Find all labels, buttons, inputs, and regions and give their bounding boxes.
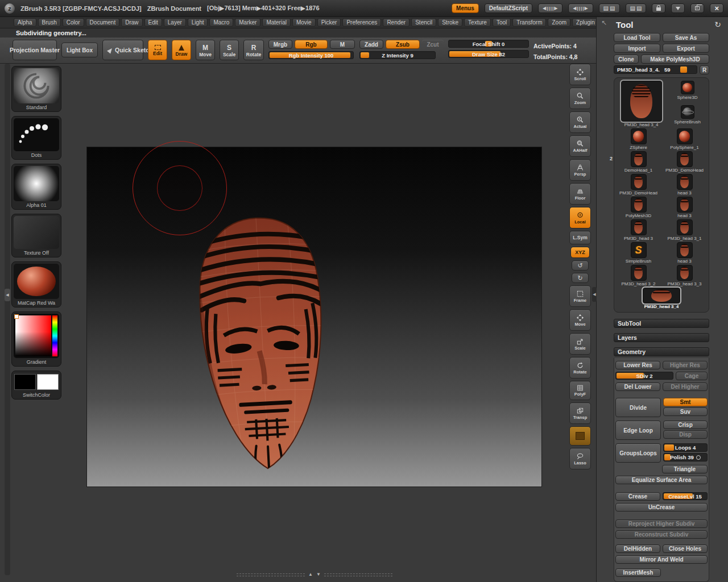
spin-right-button[interactable]: ↻ <box>572 273 589 283</box>
menu-zoom[interactable]: Zoom <box>548 18 570 27</box>
tool-item[interactable]: SimpleBrush <box>617 242 660 264</box>
menu-stencil[interactable]: Stencil <box>411 18 436 27</box>
tool-item[interactable]: PolySphere_1 <box>663 128 706 150</box>
zoom-button[interactable]: Zoom <box>569 88 591 109</box>
import-button[interactable]: Import <box>614 44 660 53</box>
switch-color[interactable]: SwitchColor <box>11 371 61 400</box>
tool-item[interactable]: 2 DemoHead_1 <box>617 151 660 173</box>
menu-picker[interactable]: Picker <box>317 18 341 27</box>
stroke-selector[interactable]: Dots <box>11 116 61 160</box>
zsub-button[interactable]: Zsub <box>386 40 420 49</box>
clone-button[interactable]: Clone <box>614 55 639 64</box>
actual-button[interactable]: Actual <box>569 111 591 133</box>
spin-left-button[interactable]: ↺ <box>572 260 589 271</box>
floor-button[interactable]: Floor <box>569 183 591 205</box>
suv-button[interactable]: Suv <box>663 408 708 416</box>
reproject-higher-subdiv-button[interactable]: Reproject Higher Subdiv <box>615 519 708 528</box>
rgb-intensity-slider[interactable]: Rgb Intensity 100 <box>268 51 354 59</box>
polish-toggle-icon[interactable] <box>696 455 701 460</box>
geometry-section-header[interactable]: Geometry <box>614 347 709 356</box>
hue-strip[interactable] <box>52 315 57 356</box>
menu-brush[interactable]: Brush <box>38 18 61 27</box>
light-box-button[interactable]: Light Box <box>61 43 98 57</box>
menu-preferences[interactable]: Preferences <box>342 18 381 27</box>
tool-item-active[interactable]: PM3D_head 3_4 <box>617 288 706 309</box>
edge-loop-button[interactable]: Edge Loop <box>615 421 661 440</box>
crease-button[interactable]: Crease <box>615 492 660 501</box>
rgb-button[interactable]: Rgb <box>295 40 328 49</box>
menu-transform[interactable]: Transform <box>512 18 546 27</box>
triangle-button[interactable]: Triangle <box>662 465 708 473</box>
doc-layout-button-1[interactable]: ▤▤ <box>599 3 620 13</box>
tool-item[interactable]: ZSphere <box>617 128 660 150</box>
xyz-button[interactable]: XYZ <box>570 247 590 258</box>
transp-button[interactable]: Transp <box>569 402 591 424</box>
lock-button[interactable] <box>652 3 665 13</box>
menu-tool[interactable]: Tool <box>493 18 511 27</box>
rotate-3d-button[interactable]: Rotate <box>569 357 591 379</box>
crisp-button[interactable]: Crisp <box>663 421 708 429</box>
lsym-button[interactable]: L.Sym <box>569 231 591 244</box>
scroll-button[interactable]: Scroll <box>569 64 591 85</box>
projection-master-button[interactable]: Projection Master <box>13 40 57 60</box>
tool-item[interactable]: head 3 <box>663 174 706 196</box>
equalize-surface-area-button[interactable]: Equalize Surface Area <box>615 476 708 484</box>
local-button[interactable]: Local <box>569 207 591 228</box>
menu-edit[interactable]: Edit <box>144 18 162 27</box>
lasso-button[interactable]: Lasso <box>569 448 591 469</box>
default-zscript-button[interactable]: DefaultZScript <box>485 3 532 13</box>
menus-button[interactable]: Menus <box>452 3 479 13</box>
menu-render[interactable]: Render <box>383 18 410 27</box>
tool-item[interactable]: head 3 <box>663 197 706 218</box>
move-button[interactable]: M Move <box>196 40 215 60</box>
insert-mesh-button[interactable]: InsertMesh <box>615 568 661 577</box>
zcut-button[interactable]: Zcut <box>422 40 444 49</box>
corner-arrow-icon[interactable]: ↖ <box>601 19 607 27</box>
divide-button[interactable]: Divide <box>615 398 661 417</box>
z-intensity-slider[interactable]: Z Intensity 9 <box>359 51 436 59</box>
crease-lvl-slider[interactable]: CreaseLvl 15 <box>663 492 708 500</box>
tool-item[interactable]: SphereBrush <box>668 105 706 128</box>
sculpt-model[interactable] <box>164 207 360 479</box>
rotate-button[interactable]: R Rotate <box>243 40 264 60</box>
delhidden-button[interactable]: DelHidden <box>615 544 660 553</box>
zadd-button[interactable]: Zadd <box>359 40 383 49</box>
tool-item[interactable]: PM3D_head 3_3 <box>663 265 706 286</box>
make-polymesh3d-button[interactable]: Make PolyMesh3D <box>641 55 709 64</box>
menu-texture[interactable]: Texture <box>464 18 491 27</box>
tool-item[interactable]: PM3D_head 3_2 <box>617 265 660 286</box>
move-3d-button[interactable]: Move <box>569 309 591 331</box>
lower-res-button[interactable]: Lower Res <box>615 361 660 369</box>
menu-color[interactable]: Color <box>63 18 84 27</box>
left-tray-scrollbar[interactable]: ◀ <box>5 64 10 575</box>
doc-layout-button-2[interactable]: ▤▤ <box>626 3 647 13</box>
menu-material[interactable]: Material <box>262 18 291 27</box>
tool-item-selected[interactable]: PM3D_head 3_4 <box>617 81 666 127</box>
menu-marker[interactable]: Marker <box>235 18 260 27</box>
restore-config-button[interactable]: R <box>700 65 709 74</box>
load-tool-button[interactable]: Load Tool <box>614 33 660 42</box>
export-button[interactable]: Export <box>663 44 709 53</box>
scale-button[interactable]: S Scale <box>220 40 239 60</box>
tool-item[interactable]: PM3D_head 3 <box>617 219 660 241</box>
tool-item[interactable]: PolyMesh3D <box>617 197 660 218</box>
menu-stroke[interactable]: Stroke <box>438 18 462 27</box>
aahalf-button[interactable]: AAHalf <box>569 135 591 157</box>
save-as-button[interactable]: Save As <box>663 33 709 42</box>
bottom-scrollbar[interactable]: ▲ ▼ <box>63 571 566 578</box>
saturation-area[interactable] <box>15 315 51 356</box>
right-tray-divider-arrow-icon[interactable]: ◀ <box>592 287 597 302</box>
menu-light[interactable]: Light <box>188 18 208 27</box>
ghost-button[interactable] <box>569 426 591 446</box>
disp-button[interactable]: Disp <box>663 430 708 439</box>
scroll-up-icon[interactable]: ▲ <box>308 572 313 577</box>
alpha-selector[interactable]: Alpha 01 <box>11 164 61 210</box>
texture-selector[interactable]: Texture Off <box>11 214 61 257</box>
close-button[interactable]: × <box>710 3 723 13</box>
menu-movie[interactable]: Movie <box>292 18 316 27</box>
loops-slider[interactable]: Loops 4 <box>663 443 708 452</box>
draw-button[interactable]: Draw <box>172 40 191 60</box>
tool-item[interactable]: head 3 <box>663 242 706 264</box>
layers-section-header[interactable]: Layers <box>614 333 709 342</box>
left-tray-divider-arrow-icon[interactable]: ◀ <box>5 289 10 301</box>
